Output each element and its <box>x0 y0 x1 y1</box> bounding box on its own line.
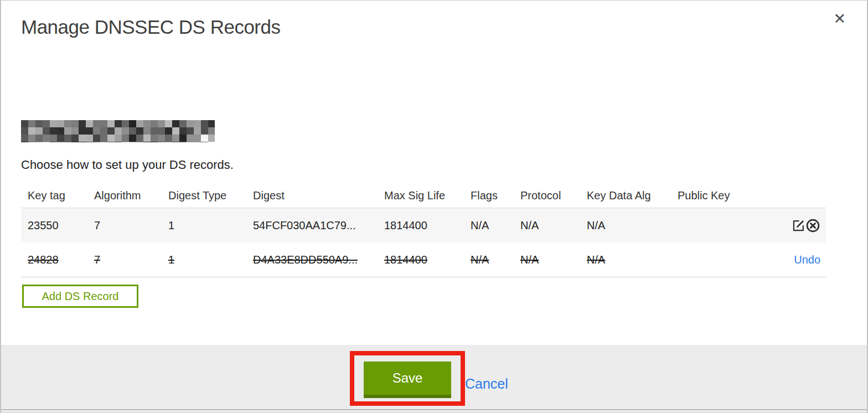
cell-algorithm: 7 <box>94 219 100 231</box>
cell-key-data-alg: N/A <box>587 254 605 266</box>
add-ds-record-button[interactable]: Add DS Record <box>22 285 138 308</box>
cell-max-sig-life: 1814400 <box>384 254 427 266</box>
ds-records-table: Key tag Algorithm Digest Type Digest Max… <box>21 183 826 277</box>
manage-dnssec-modal: Manage DNSSEC DS Records ✕ Choose how to… <box>0 0 868 413</box>
cell-flags: N/A <box>471 219 489 231</box>
redacted-domain-name <box>21 120 215 142</box>
table-row-deleted: 24828 7 1 D4A33E8DD550A9... 1814400 N/A … <box>21 242 826 277</box>
cell-max-sig-life: 1814400 <box>384 219 427 231</box>
col-key-tag: Key tag <box>21 183 94 208</box>
ds-records-instruction: Choose how to set up your DS records. <box>21 158 234 172</box>
col-flags: Flags <box>471 183 520 208</box>
col-public-key: Public Key <box>678 183 750 208</box>
cell-digest: 54FCF030AA1C79... <box>253 219 356 231</box>
cell-algorithm: 7 <box>94 254 100 266</box>
page-title: Manage DNSSEC DS Records <box>21 16 280 38</box>
col-max-sig-life: Max Sig Life <box>384 183 471 208</box>
col-actions <box>750 183 826 208</box>
edit-record-icon[interactable] <box>792 219 805 233</box>
col-digest-type: Digest Type <box>168 183 253 208</box>
cell-digest-type: 1 <box>168 254 174 266</box>
col-algorithm: Algorithm <box>94 183 168 208</box>
cell-protocol: N/A <box>520 254 539 266</box>
cell-digest-type: 1 <box>168 219 174 231</box>
col-digest: Digest <box>253 183 384 208</box>
cell-protocol: N/A <box>520 219 539 231</box>
table-header-row: Key tag Algorithm Digest Type Digest Max… <box>21 183 826 208</box>
undo-link[interactable]: Undo <box>794 254 820 266</box>
modal-footer: Save Cancel <box>1 345 867 409</box>
close-icon[interactable]: ✕ <box>833 12 846 27</box>
cell-key-tag: 24828 <box>28 254 59 266</box>
page-background-strip <box>1 410 867 413</box>
table-row: 23550 7 1 54FCF030AA1C79... 1814400 N/A … <box>21 208 826 243</box>
col-key-data-alg: Key Data Alg <box>587 183 678 208</box>
cancel-link[interactable]: Cancel <box>465 376 508 392</box>
cell-flags: N/A <box>471 254 489 266</box>
cell-digest: D4A33E8DD550A9... <box>253 254 358 266</box>
col-protocol: Protocol <box>520 183 587 208</box>
cell-key-tag: 23550 <box>28 219 59 231</box>
cell-key-data-alg: N/A <box>587 219 605 231</box>
save-button[interactable]: Save <box>364 362 451 398</box>
delete-record-icon[interactable] <box>805 218 820 233</box>
